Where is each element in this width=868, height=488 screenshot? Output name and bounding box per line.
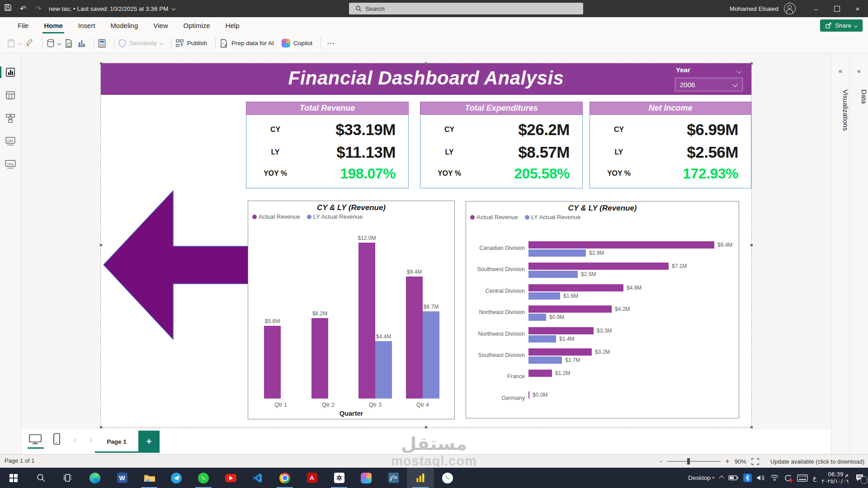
bar-cy[interactable] — [528, 370, 552, 377]
zoom-level[interactable]: 90% — [735, 458, 746, 465]
kpi-card-total-revenue[interactable]: Total Revenue CY$33.19M LY$11.13M YOY %1… — [246, 102, 409, 188]
bar-cy[interactable] — [359, 243, 375, 399]
page-tab[interactable]: Page 1 — [95, 431, 138, 453]
zoom-slider-thumb[interactable] — [687, 458, 690, 465]
data-pane-label[interactable]: Data — [850, 89, 868, 104]
whatsapp-desktop-icon[interactable] — [434, 468, 461, 488]
left-arrow-shape[interactable] — [103, 190, 253, 340]
action-center-icon[interactable] — [855, 474, 865, 483]
bar-cy[interactable] — [311, 318, 328, 399]
desktop-toolbar[interactable]: Desktop» — [688, 474, 715, 481]
kpi-card-total-expenditures[interactable]: Total Expenditures CY$26.2M LY$8.57M YOY… — [420, 102, 583, 188]
paste-button[interactable] — [7, 39, 21, 48]
search-button-icon[interactable] — [27, 468, 54, 488]
menu-item-view[interactable]: View — [146, 17, 175, 33]
fit-to-page-icon[interactable] — [751, 458, 759, 465]
zoom-slider[interactable] — [667, 461, 721, 462]
selection-handle[interactable] — [100, 426, 102, 428]
acrobat-icon[interactable]: A — [298, 468, 326, 488]
bar-ly[interactable] — [528, 292, 560, 300]
bar-cy[interactable] — [528, 391, 529, 399]
menu-item-help[interactable]: Help — [218, 17, 247, 33]
menu-item-home[interactable]: Home — [36, 17, 71, 33]
start-button-icon[interactable] — [0, 468, 27, 488]
power-bi-icon[interactable] — [407, 468, 434, 488]
edge-icon[interactable] — [81, 468, 108, 488]
menu-item-modeling[interactable]: Modeling — [103, 17, 146, 33]
format-painter-button[interactable] — [25, 39, 34, 47]
bar-cy[interactable] — [264, 326, 281, 399]
bar-chart-revenue-by-division[interactable]: CY & LY (Revenue) Actual RevenueLY Actua… — [466, 201, 739, 418]
minimize-button[interactable]: – — [806, 0, 826, 17]
bar-cy[interactable] — [528, 348, 592, 356]
expand-pane-icon[interactable]: « — [831, 67, 849, 75]
menu-item-optimize[interactable]: Optimize — [176, 17, 218, 33]
share-button[interactable]: Share — [820, 19, 863, 32]
more-commands-button[interactable]: ⋯ — [327, 38, 335, 48]
menu-item-insert[interactable]: Insert — [71, 17, 103, 33]
touch-keyboard-icon[interactable] — [797, 474, 808, 482]
clock[interactable]: 06:39 م ٢٠٢٥/١٠/٠٦ — [821, 471, 849, 485]
table-view-button[interactable] — [0, 85, 21, 106]
report-page[interactable]: Financial Dashboard Analysis Year 2006 T… — [100, 63, 752, 427]
get-data-button[interactable] — [47, 39, 61, 48]
word-icon[interactable]: W — [108, 468, 136, 488]
bar-ly[interactable] — [375, 341, 392, 399]
selection-handle[interactable] — [425, 62, 427, 65]
wifi-icon[interactable] — [770, 474, 779, 481]
chatgpt-icon[interactable] — [326, 468, 353, 488]
bar-ly[interactable] — [528, 357, 562, 364]
bar-ly[interactable] — [528, 335, 556, 343]
bar-cy[interactable] — [406, 277, 423, 399]
selection-handle[interactable] — [750, 244, 753, 246]
search-input[interactable]: Search — [349, 3, 583, 14]
new-page-button[interactable]: + — [138, 431, 160, 453]
telegram-icon[interactable] — [163, 468, 190, 488]
mobile-view-icon[interactable] — [53, 433, 61, 447]
language-indicator[interactable]: ع — [813, 474, 816, 482]
new-visual-button[interactable] — [77, 39, 85, 47]
selection-handle[interactable] — [425, 426, 427, 428]
hidden-icons-icon[interactable] — [719, 475, 724, 480]
youtube-icon[interactable] — [217, 468, 244, 488]
selection-handle[interactable] — [100, 62, 102, 65]
bar-cy[interactable] — [528, 305, 612, 313]
update-available-link[interactable]: Update available (click to download) — [770, 458, 864, 465]
undo-icon[interactable]: ↶ — [15, 4, 31, 13]
bar-ly[interactable] — [423, 311, 439, 399]
bar-ly[interactable] — [528, 249, 586, 257]
column-chart-revenue-by-quarter[interactable]: CY & LY (Revenue) Actual RevenueLY Actua… — [248, 201, 455, 419]
menu-item-file[interactable]: File — [10, 17, 36, 33]
vscode-icon[interactable] — [244, 468, 271, 488]
report-view-button[interactable] — [0, 62, 21, 83]
expand-pane-icon[interactable]: « — [850, 67, 868, 75]
model-view-button[interactable] — [0, 108, 21, 129]
volume-icon[interactable] — [757, 474, 765, 481]
user-name[interactable]: Mohamed Elsaied — [730, 5, 778, 12]
selection-handle[interactable] — [750, 62, 753, 65]
kpi-card-net-income[interactable]: Net Income CY$6.99M LY$2.56M YOY %172.93… — [590, 102, 751, 188]
avatar-icon[interactable] — [784, 3, 796, 14]
sync-icon[interactable] — [784, 474, 792, 482]
bar-cy[interactable] — [528, 241, 714, 249]
visualizations-pane-label[interactable]: Visualizations — [831, 89, 849, 131]
selection-handle[interactable] — [100, 244, 102, 246]
bar-cy[interactable] — [528, 327, 594, 334]
copilot-button[interactable]: Copilot — [282, 39, 312, 47]
transform-data-button[interactable] — [65, 39, 73, 48]
bar-cy[interactable] — [528, 263, 669, 270]
document-title[interactable]: new tas; • Last saved: 10/2/2025 at 3:36… — [49, 5, 175, 12]
next-page-icon[interactable] — [87, 437, 92, 442]
prep-data-ai-button[interactable]: Prep data for AI — [220, 39, 274, 48]
new-measure-button[interactable] — [98, 39, 106, 48]
battery-icon[interactable] — [728, 475, 738, 481]
maximize-button[interactable] — [826, 0, 847, 17]
selection-handle[interactable] — [750, 426, 753, 428]
bar-ly[interactable] — [528, 271, 578, 278]
bluetooth-icon[interactable] — [743, 474, 752, 482]
zoom-out-button[interactable]: - — [660, 457, 662, 465]
prev-page-icon[interactable] — [74, 437, 79, 442]
save-icon[interactable] — [0, 4, 15, 14]
whatsapp-icon[interactable] — [190, 468, 217, 488]
zoom-in-button[interactable]: + — [726, 457, 730, 465]
